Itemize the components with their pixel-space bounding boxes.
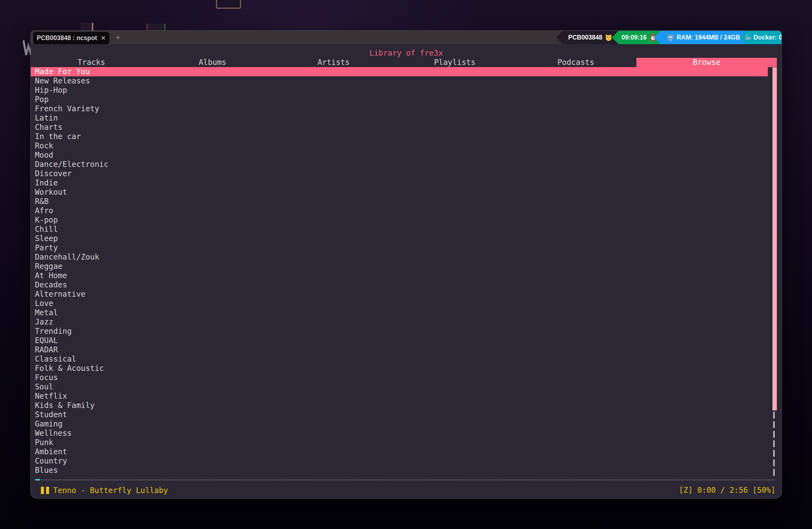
list-item[interactable]: Dance/Electronic [31, 160, 768, 169]
list-item[interactable]: K-pop [31, 215, 768, 225]
library-tabs: TracksAlbumsArtistsPlaylistsPodcastsBrow… [31, 58, 777, 67]
wallpaper-fragment [216, 0, 241, 9]
browse-list: Made For YouNew ReleasesHip-HopPopFrench… [31, 67, 768, 475]
list-item[interactable]: Charts [31, 123, 768, 132]
pause-icon [41, 487, 49, 494]
list-item[interactable]: Punk [31, 438, 768, 447]
list-item[interactable]: Sleep [31, 234, 768, 243]
tab-playlists[interactable]: Playlists [394, 58, 515, 67]
list-item[interactable]: Ambient [31, 447, 768, 456]
host-label: PCB003848 [568, 34, 602, 41]
tab-browse[interactable]: Browse [636, 58, 777, 67]
status-segment-time: 09:09:16 [612, 31, 661, 44]
list-item[interactable]: R&B [31, 197, 768, 206]
terminal-tab[interactable]: PCB003848 : ncspot ✕ [33, 32, 109, 44]
list-item[interactable]: Dancehall/Zouk [31, 253, 768, 262]
monitor-icon [667, 34, 674, 41]
list-item[interactable]: Pop [31, 95, 768, 104]
terminal-tabbar: PCB003848 : ncspot ✕ + PCB003848 09:09:1… [31, 31, 781, 44]
list-item[interactable]: Country [31, 456, 768, 466]
list-item[interactable]: At Home [31, 271, 768, 280]
list-item[interactable]: Trending [31, 327, 768, 336]
list-item[interactable]: EQUAL [31, 336, 768, 345]
list-item[interactable]: Indie [31, 178, 768, 188]
now-playing: Tenno - Butterfly Lullaby [41, 485, 168, 496]
list-item[interactable]: Discover [31, 169, 768, 178]
progress-elapsed [35, 479, 40, 481]
wallpaper-fragment [146, 24, 165, 31]
list-item[interactable]: Soul [31, 382, 768, 391]
list-item[interactable]: Student [31, 410, 768, 419]
list-item[interactable]: Chill [31, 225, 768, 234]
list-item[interactable]: Love [31, 299, 768, 308]
progress-remaining [41, 480, 775, 481]
list-item[interactable]: French Variety [31, 104, 768, 113]
list-item[interactable]: Jazz [31, 317, 768, 327]
tab-tracks[interactable]: Tracks [31, 58, 152, 67]
list-item[interactable]: Workout [31, 188, 768, 197]
list-item[interactable]: Hip-Hop [31, 86, 768, 95]
tab-albums[interactable]: Albums [152, 58, 273, 67]
list-item[interactable]: Netflix [31, 391, 768, 401]
docker-label: Docker: 0 [754, 34, 781, 41]
list-item[interactable]: Gaming [31, 419, 768, 429]
status-segment-ram: RAM: 1944MB / 24GB [654, 31, 747, 44]
list-item[interactable]: Reggae [31, 262, 768, 271]
scrollbar-track[interactable] [773, 412, 775, 476]
whale-icon [744, 34, 752, 41]
cat-icon [605, 34, 612, 41]
list-item[interactable]: Kids & Family [31, 401, 768, 410]
ncspot-content: Library of fre3x TracksAlbumsArtistsPlay… [31, 44, 781, 498]
terminal-window: PCB003848 : ncspot ✕ + PCB003848 09:09:1… [31, 31, 781, 498]
list-item[interactable]: Party [31, 243, 768, 253]
list-item[interactable]: Mood [31, 151, 768, 160]
list-item[interactable]: Classical [31, 355, 768, 364]
ram-label: RAM: 1944MB / 24GB [677, 34, 740, 41]
list-item[interactable]: Folk & Acoustic [31, 364, 768, 373]
list-item[interactable]: Alternative [31, 290, 768, 299]
progress-bar[interactable] [35, 479, 775, 481]
list-item[interactable]: Latin [31, 113, 768, 123]
track-title: Tenno - Butterfly Lullaby [53, 486, 168, 495]
playback-status: [Z] 0:00 / 2:56 [50%] [679, 485, 775, 496]
status-segment-docker: Docker: 0 [740, 31, 781, 44]
tab-podcasts[interactable]: Podcasts [515, 58, 636, 67]
close-icon[interactable]: ✕ [101, 34, 106, 41]
list-item[interactable]: New Releases [31, 76, 768, 86]
library-title: Library of fre3x [31, 48, 781, 58]
terminal-tab-title: PCB003848 : ncspot [37, 34, 97, 42]
list-item[interactable]: Made For You [31, 67, 768, 76]
list-item[interactable]: RADAR [31, 345, 768, 355]
list-item[interactable]: Blues [31, 466, 768, 475]
wallpaper-fragment [81, 23, 93, 31]
list-item[interactable]: Rock [31, 141, 768, 151]
time-label: 09:09:16 [621, 34, 647, 41]
list-item[interactable]: In the car [31, 132, 768, 141]
tab-artists[interactable]: Artists [273, 58, 394, 67]
list-item[interactable]: Metal [31, 308, 768, 317]
new-tab-button[interactable]: + [113, 31, 124, 44]
list-item[interactable]: Wellness [31, 429, 768, 438]
status-segment-host: PCB003848 [556, 31, 619, 44]
list-item[interactable]: Focus [31, 373, 768, 382]
list-item[interactable]: Decades [31, 280, 768, 290]
scrollbar-thumb[interactable] [772, 67, 777, 410]
list-item[interactable]: Afro [31, 206, 768, 215]
